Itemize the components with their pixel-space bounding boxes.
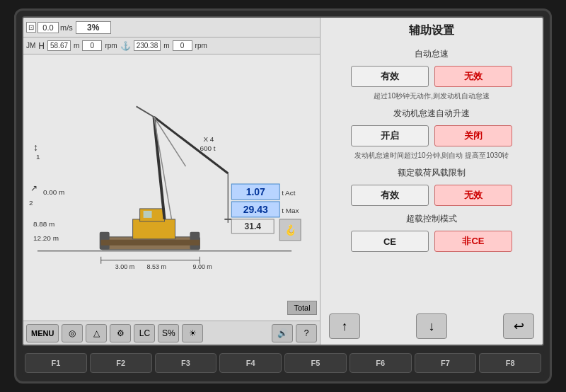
- distance-unit: m: [163, 42, 169, 50]
- s-percent-button[interactable]: S%: [158, 324, 179, 342]
- rpm2-unit: rpm: [195, 42, 207, 50]
- svg-text:↕: ↕: [33, 142, 38, 153]
- section3-active-button[interactable]: 有效: [351, 185, 429, 206]
- screen-content: ⊡ 0.0 m/s 3% JM H 58.67 m 0 rpm ⚓: [23, 18, 543, 345]
- svg-text:600 t: 600 t: [200, 144, 215, 152]
- svg-text:0.00 m: 0.00 m: [43, 188, 64, 196]
- help-icon: ?: [304, 328, 309, 338]
- bottom-buttons: MENU ◎ △ ⚙ LC S%: [23, 321, 320, 345]
- svg-text:9.00 m: 9.00 m: [192, 263, 212, 270]
- fkey-f2[interactable]: F2: [90, 353, 152, 373]
- fkey-f6[interactable]: F6: [350, 353, 412, 373]
- section4-ce-button[interactable]: CE: [351, 231, 429, 252]
- section1-inactive-button[interactable]: 无效: [434, 66, 512, 87]
- section1-active-button[interactable]: 有效: [351, 66, 429, 87]
- fkey-bar: F1 F2 F3 F4 F5 F6 F7 F8: [22, 350, 544, 376]
- help-button[interactable]: ?: [296, 324, 317, 342]
- height-value: 58.67: [47, 40, 71, 51]
- svg-text:3.00 m: 3.00 m: [115, 263, 134, 270]
- svg-rect-7: [144, 211, 152, 218]
- percent-indicator: 3%: [76, 21, 111, 34]
- speed-indicator: ⊡ 0.0 m/s: [26, 22, 73, 33]
- crane-area: 1 2 ↕ ↗ 0.00 m 8.88 m 12.20 m X 4: [23, 54, 320, 321]
- section2-open-button[interactable]: 开启: [351, 125, 429, 146]
- svg-text:29.43: 29.43: [243, 204, 268, 215]
- section1-desc: 超过10秒钟无动作,则发动机自动怠速: [329, 91, 534, 100]
- svg-text:12.20 m: 12.20 m: [33, 234, 59, 242]
- top-bar: ⊡ 0.0 m/s 3%: [23, 18, 320, 38]
- rpm1-unit: rpm: [105, 42, 117, 50]
- section2-close-button[interactable]: 关闭: [434, 125, 512, 146]
- nav-row: ↑ ↓ ↩: [329, 309, 534, 339]
- light-icon: ☀: [189, 328, 197, 338]
- section1-buttons: 有效 无效: [329, 66, 534, 87]
- total-label: Total: [294, 304, 310, 312]
- light-button[interactable]: ☀: [182, 324, 203, 342]
- speed-unit: m/s: [60, 23, 73, 32]
- height-unit: m: [74, 42, 79, 50]
- section4-buttons: CE 非CE: [329, 231, 534, 252]
- warning-button[interactable]: △: [86, 324, 107, 342]
- speaker-icon: 🔊: [277, 328, 288, 338]
- svg-text:🪝: 🪝: [284, 224, 297, 236]
- nav-back-button[interactable]: ↩: [503, 313, 534, 339]
- section2-buttons: 开启 关闭: [329, 125, 534, 146]
- section3-title: 额定载荷风载限制: [329, 167, 534, 179]
- screen: ⊡ 0.0 m/s 3% JM H 58.67 m 0 rpm ⚓: [22, 16, 544, 346]
- speaker-button[interactable]: 🔊: [272, 324, 293, 342]
- section1-title: 自动怠速: [329, 48, 534, 60]
- engine-button[interactable]: ⚙: [110, 324, 131, 342]
- percent-value: 3%: [76, 21, 111, 34]
- s-percent-label: S%: [162, 328, 175, 338]
- distance-value: 230.38: [134, 40, 161, 51]
- panel-title: 辅助设置: [329, 23, 534, 41]
- anchor-icon: ⚓: [120, 41, 131, 51]
- nav-up-button[interactable]: ↑: [329, 313, 360, 339]
- nav-down-button[interactable]: ↓: [416, 313, 447, 339]
- speed-value: 0.0: [37, 22, 59, 33]
- speed-icon: ⊡: [26, 22, 36, 33]
- section2-title: 发动机怠速自动升速: [329, 108, 534, 120]
- svg-rect-5: [133, 219, 175, 239]
- menu-button[interactable]: MENU: [26, 324, 59, 342]
- engine-icon: ⚙: [117, 328, 125, 338]
- section3-inactive-button[interactable]: 无效: [434, 185, 512, 206]
- rpm1-value: 0: [82, 40, 102, 51]
- device-frame: ⊡ 0.0 m/s 3% JM H 58.67 m 0 rpm ⚓: [14, 8, 552, 384]
- svg-text:t Max: t Max: [282, 207, 299, 214]
- svg-text:X 4: X 4: [203, 135, 214, 143]
- right-panel: 辅助设置 自动怠速 有效 无效 超过10秒钟无动作,则发动机自动怠速 发动机怠速…: [320, 18, 543, 345]
- fkey-f3[interactable]: F3: [155, 353, 217, 373]
- section4-title: 超载控制模式: [329, 213, 534, 225]
- svg-text:8.88 m: 8.88 m: [33, 220, 54, 228]
- fkey-f1[interactable]: F1: [25, 353, 87, 373]
- crane-diagram: 1 2 ↕ ↗ 0.00 m 8.88 m 12.20 m X 4: [23, 54, 320, 321]
- rpm2-value: 0: [173, 40, 192, 51]
- total-button[interactable]: Total: [287, 301, 317, 315]
- section4-nonce-button[interactable]: 非CE: [434, 231, 512, 252]
- fkey-f7[interactable]: F7: [415, 353, 477, 373]
- h-label: H: [38, 41, 45, 51]
- lc-button[interactable]: LC: [134, 324, 155, 342]
- fkey-f5[interactable]: F5: [284, 353, 347, 373]
- second-bar: JM H 58.67 m 0 rpm ⚓ 230.38 m 0 rpm: [23, 38, 320, 54]
- camera-icon: ◎: [69, 328, 76, 338]
- left-panel: ⊡ 0.0 m/s 3% JM H 58.67 m 0 rpm ⚓: [23, 18, 320, 345]
- svg-rect-4: [101, 240, 200, 246]
- svg-text:1: 1: [36, 153, 40, 161]
- svg-line-9: [154, 117, 229, 173]
- svg-text:1.07: 1.07: [246, 186, 265, 197]
- fkey-f8[interactable]: F8: [479, 353, 541, 373]
- jm-label: JM: [26, 42, 35, 50]
- lc-label: LC: [139, 328, 150, 338]
- svg-text:2: 2: [29, 199, 33, 207]
- svg-text:↗: ↗: [30, 183, 37, 193]
- section3-buttons: 有效 无效: [329, 185, 534, 206]
- svg-text:t Act: t Act: [282, 189, 296, 197]
- fkey-f4[interactable]: F4: [219, 353, 282, 373]
- svg-line-10: [137, 106, 154, 117]
- warning-icon: △: [93, 328, 100, 338]
- camera-button[interactable]: ◎: [62, 324, 83, 342]
- svg-text:8.53 m: 8.53 m: [147, 263, 166, 270]
- svg-text:31.4: 31.4: [245, 221, 262, 231]
